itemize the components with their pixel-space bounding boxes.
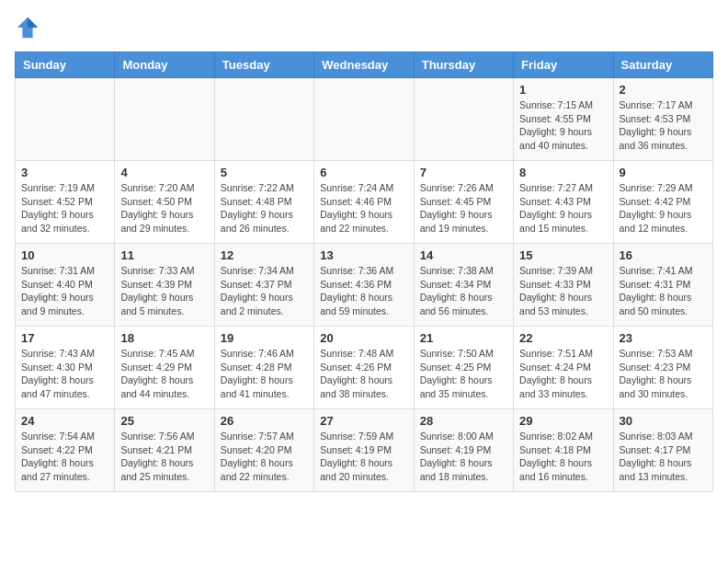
day-number: 17 (21, 331, 108, 345)
day-info: Sunrise: 7:24 AM Sunset: 4:46 PM Dayligh… (320, 181, 407, 236)
header-cell-friday: Friday (514, 52, 613, 78)
day-number: 8 (519, 166, 607, 179)
day-cell-8: 8Sunrise: 7:27 AM Sunset: 4:43 PM Daylig… (514, 161, 613, 244)
day-cell-12: 12Sunrise: 7:34 AM Sunset: 4:37 PM Dayli… (214, 244, 313, 327)
day-cell-6: 6Sunrise: 7:24 AM Sunset: 4:46 PM Daylig… (314, 161, 414, 244)
header-cell-monday: Monday (115, 52, 214, 78)
empty-cell (214, 78, 313, 161)
day-info: Sunrise: 7:17 AM Sunset: 4:53 PM Dayligh… (620, 98, 707, 153)
day-number: 4 (120, 166, 208, 179)
day-cell-20: 20Sunrise: 7:48 AM Sunset: 4:26 PM Dayli… (314, 327, 414, 409)
day-number: 20 (320, 331, 407, 345)
day-info: Sunrise: 7:46 AM Sunset: 4:28 PM Dayligh… (221, 347, 308, 401)
day-cell-18: 18Sunrise: 7:45 AM Sunset: 4:29 PM Dayli… (115, 327, 214, 409)
week-row-2: 3Sunrise: 7:19 AM Sunset: 4:52 PM Daylig… (16, 161, 713, 244)
day-info: Sunrise: 7:31 AM Sunset: 4:40 PM Dayligh… (21, 264, 108, 318)
day-cell-25: 25Sunrise: 7:56 AM Sunset: 4:21 PM Dayli… (115, 409, 214, 492)
header-cell-thursday: Thursday (414, 52, 513, 78)
day-number: 16 (620, 248, 707, 262)
day-number: 21 (420, 331, 507, 345)
day-number: 28 (420, 414, 507, 428)
day-cell-11: 11Sunrise: 7:33 AM Sunset: 4:39 PM Dayli… (115, 244, 214, 327)
calendar-header: SundayMondayTuesdayWednesdayThursdayFrid… (16, 52, 713, 78)
day-info: Sunrise: 7:36 AM Sunset: 4:36 PM Dayligh… (320, 264, 407, 318)
day-info: Sunrise: 7:15 AM Sunset: 4:55 PM Dayligh… (519, 98, 607, 153)
week-row-3: 10Sunrise: 7:31 AM Sunset: 4:40 PM Dayli… (16, 244, 713, 327)
day-number: 19 (221, 331, 308, 345)
day-cell-30: 30Sunrise: 8:03 AM Sunset: 4:17 PM Dayli… (613, 409, 712, 492)
day-number: 26 (221, 414, 308, 428)
week-row-1: 1Sunrise: 7:15 AM Sunset: 4:55 PM Daylig… (16, 78, 713, 161)
day-info: Sunrise: 7:57 AM Sunset: 4:20 PM Dayligh… (221, 430, 308, 484)
day-cell-19: 19Sunrise: 7:46 AM Sunset: 4:28 PM Dayli… (214, 327, 313, 409)
page-header (15, 15, 713, 40)
day-number: 30 (620, 414, 707, 428)
day-number: 25 (120, 414, 208, 428)
day-number: 10 (21, 248, 108, 262)
day-cell-28: 28Sunrise: 8:00 AM Sunset: 4:19 PM Dayli… (414, 409, 513, 492)
empty-cell (115, 78, 214, 161)
day-info: Sunrise: 7:33 AM Sunset: 4:39 PM Dayligh… (120, 264, 208, 318)
day-info: Sunrise: 7:22 AM Sunset: 4:48 PM Dayligh… (221, 181, 308, 236)
day-info: Sunrise: 7:29 AM Sunset: 4:42 PM Dayligh… (620, 181, 707, 236)
day-cell-1: 1Sunrise: 7:15 AM Sunset: 4:55 PM Daylig… (514, 78, 613, 161)
day-info: Sunrise: 7:50 AM Sunset: 4:25 PM Dayligh… (420, 347, 507, 401)
day-info: Sunrise: 7:48 AM Sunset: 4:26 PM Dayligh… (320, 347, 407, 401)
day-number: 1 (519, 83, 607, 97)
day-cell-17: 17Sunrise: 7:43 AM Sunset: 4:30 PM Dayli… (16, 327, 115, 409)
calendar-table: SundayMondayTuesdayWednesdayThursdayFrid… (15, 52, 713, 492)
day-cell-16: 16Sunrise: 7:41 AM Sunset: 4:31 PM Dayli… (613, 244, 712, 327)
day-info: Sunrise: 7:54 AM Sunset: 4:22 PM Dayligh… (21, 430, 108, 484)
day-cell-4: 4Sunrise: 7:20 AM Sunset: 4:50 PM Daylig… (115, 161, 214, 244)
day-cell-2: 2Sunrise: 7:17 AM Sunset: 4:53 PM Daylig… (613, 78, 712, 161)
logo (15, 15, 44, 40)
day-info: Sunrise: 7:41 AM Sunset: 4:31 PM Dayligh… (620, 264, 707, 318)
day-number: 12 (221, 248, 308, 262)
day-cell-5: 5Sunrise: 7:22 AM Sunset: 4:48 PM Daylig… (214, 161, 313, 244)
day-number: 22 (519, 331, 607, 345)
day-cell-10: 10Sunrise: 7:31 AM Sunset: 4:40 PM Dayli… (16, 244, 115, 327)
logo-icon (15, 15, 40, 40)
day-info: Sunrise: 7:19 AM Sunset: 4:52 PM Dayligh… (21, 181, 108, 236)
day-info: Sunrise: 7:43 AM Sunset: 4:30 PM Dayligh… (21, 347, 108, 401)
day-number: 7 (420, 166, 507, 179)
day-info: Sunrise: 7:56 AM Sunset: 4:21 PM Dayligh… (120, 430, 208, 484)
day-info: Sunrise: 7:53 AM Sunset: 4:23 PM Dayligh… (620, 347, 707, 401)
day-number: 27 (320, 414, 407, 428)
header-row: SundayMondayTuesdayWednesdayThursdayFrid… (16, 52, 713, 78)
week-row-5: 24Sunrise: 7:54 AM Sunset: 4:22 PM Dayli… (16, 409, 713, 492)
day-number: 29 (519, 414, 607, 428)
day-info: Sunrise: 7:26 AM Sunset: 4:45 PM Dayligh… (420, 181, 507, 236)
day-info: Sunrise: 7:59 AM Sunset: 4:19 PM Dayligh… (320, 430, 407, 484)
day-cell-21: 21Sunrise: 7:50 AM Sunset: 4:25 PM Dayli… (414, 327, 513, 409)
day-number: 11 (120, 248, 208, 262)
day-number: 2 (620, 83, 707, 97)
day-cell-7: 7Sunrise: 7:26 AM Sunset: 4:45 PM Daylig… (414, 161, 513, 244)
header-cell-saturday: Saturday (613, 52, 712, 78)
header-cell-wednesday: Wednesday (314, 52, 414, 78)
day-cell-9: 9Sunrise: 7:29 AM Sunset: 4:42 PM Daylig… (613, 161, 712, 244)
header-cell-sunday: Sunday (16, 52, 115, 78)
day-number: 5 (221, 166, 308, 179)
day-info: Sunrise: 8:03 AM Sunset: 4:17 PM Dayligh… (620, 430, 707, 484)
day-number: 13 (320, 248, 407, 262)
empty-cell (16, 78, 115, 161)
day-cell-14: 14Sunrise: 7:38 AM Sunset: 4:34 PM Dayli… (414, 244, 513, 327)
week-row-4: 17Sunrise: 7:43 AM Sunset: 4:30 PM Dayli… (16, 327, 713, 409)
day-number: 9 (620, 166, 707, 179)
day-info: Sunrise: 7:27 AM Sunset: 4:43 PM Dayligh… (519, 181, 607, 236)
day-cell-29: 29Sunrise: 8:02 AM Sunset: 4:18 PM Dayli… (514, 409, 613, 492)
day-info: Sunrise: 7:20 AM Sunset: 4:50 PM Dayligh… (120, 181, 208, 236)
day-info: Sunrise: 7:34 AM Sunset: 4:37 PM Dayligh… (221, 264, 308, 318)
day-number: 23 (620, 331, 707, 345)
day-info: Sunrise: 7:38 AM Sunset: 4:34 PM Dayligh… (420, 264, 507, 318)
day-cell-23: 23Sunrise: 7:53 AM Sunset: 4:23 PM Dayli… (613, 327, 712, 409)
day-cell-26: 26Sunrise: 7:57 AM Sunset: 4:20 PM Dayli… (214, 409, 313, 492)
day-info: Sunrise: 7:39 AM Sunset: 4:33 PM Dayligh… (519, 264, 607, 318)
day-number: 14 (420, 248, 507, 262)
day-number: 18 (120, 331, 208, 345)
day-cell-3: 3Sunrise: 7:19 AM Sunset: 4:52 PM Daylig… (16, 161, 115, 244)
day-info: Sunrise: 8:00 AM Sunset: 4:19 PM Dayligh… (420, 430, 507, 484)
day-info: Sunrise: 7:51 AM Sunset: 4:24 PM Dayligh… (519, 347, 607, 401)
day-number: 6 (320, 166, 407, 179)
